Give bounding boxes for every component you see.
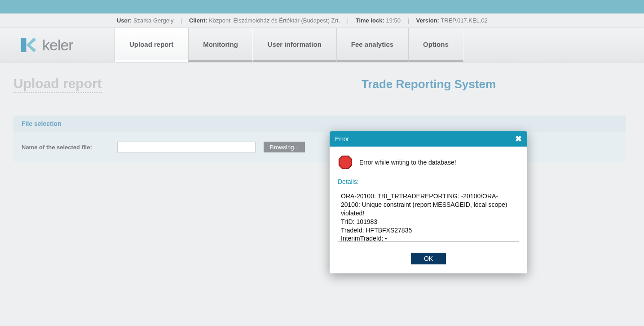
page-titles: Upload report Trade Reporting System	[13, 76, 626, 93]
error-row: Error while writing to the database!	[338, 155, 519, 170]
page-title: Upload report	[13, 76, 102, 93]
user-label: User:	[117, 17, 132, 24]
info-bar: User: Szarka Gergely | Client: Központi …	[0, 13, 644, 27]
user-value: Szarka Gergely	[133, 17, 174, 24]
file-selection-panel: File selection Name of the selected file…	[13, 116, 626, 162]
error-message: Error while writing to the database!	[359, 159, 456, 166]
logo-text: keler	[42, 36, 73, 54]
client-value: Központi Elszámolóház és Értéktár (Budap…	[209, 17, 340, 24]
client-label: Client:	[189, 17, 207, 24]
tab-user-information[interactable]: User information	[253, 28, 336, 62]
modal-titlebar[interactable]: Error ✖	[330, 131, 527, 147]
keler-logo-icon	[18, 36, 37, 54]
panel-body: Name of the selected file: Browsing...	[13, 132, 626, 162]
stop-icon	[338, 155, 353, 170]
details-textarea[interactable]	[338, 190, 519, 242]
system-title: Trade Reporting System	[362, 77, 496, 91]
file-field-label: Name of the selected file:	[22, 144, 109, 151]
modal-footer: OK	[338, 253, 519, 264]
ok-button[interactable]: OK	[411, 253, 446, 264]
modal-body: Error while writing to the database! Det…	[330, 147, 527, 273]
details-label: Details:	[338, 178, 519, 185]
nav-tabs: Upload report Monitoring User informatio…	[115, 28, 644, 62]
logo: keler	[0, 28, 115, 62]
header-row: keler Upload report Monitoring User info…	[0, 27, 644, 63]
panel-header: File selection	[13, 116, 626, 132]
file-name-input[interactable]	[117, 142, 256, 152]
tab-options[interactable]: Options	[408, 28, 463, 62]
close-icon[interactable]: ✖	[515, 135, 522, 143]
error-modal: Error ✖ Error while writing to the datab…	[330, 131, 527, 273]
version-value: TREP.017.KEL.02	[441, 17, 488, 24]
tab-upload-report[interactable]: Upload report	[115, 28, 188, 62]
separator: |	[347, 17, 348, 24]
timelock-value: 19:50	[386, 17, 401, 24]
tab-monitoring[interactable]: Monitoring	[188, 28, 252, 62]
separator: |	[181, 17, 182, 24]
content-area: Upload report Trade Reporting System Fil…	[0, 63, 644, 162]
timelock-label: Time lock:	[356, 17, 384, 24]
svg-marker-1	[340, 157, 351, 168]
top-strip	[0, 0, 644, 13]
browse-button[interactable]: Browsing...	[264, 142, 305, 152]
version-label: Version:	[416, 17, 439, 24]
tab-fee-analytics[interactable]: Fee analytics	[336, 28, 408, 62]
separator: |	[408, 17, 409, 24]
modal-title-text: Error	[335, 135, 349, 143]
